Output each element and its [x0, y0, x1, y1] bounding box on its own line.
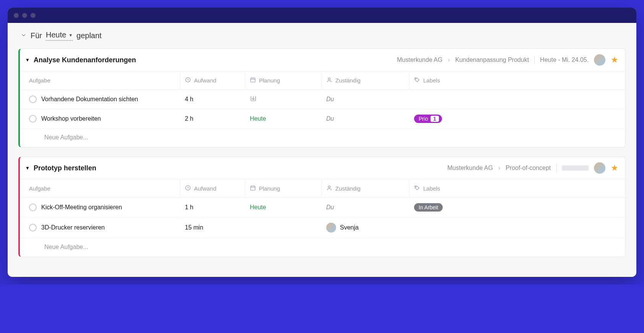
chevron-down-icon[interactable]	[21, 32, 27, 40]
table-row[interactable]: Kick-Off-Meeting organisieren 1 h Heute …	[20, 198, 625, 217]
planning-value: Heute	[250, 204, 266, 211]
card-title[interactable]: Prototyp herstellen	[34, 164, 96, 172]
column-labels[interactable]: Labels	[409, 71, 625, 89]
divider	[556, 164, 557, 172]
cell-effort: 1 h	[180, 198, 245, 217]
assignee-user[interactable]: Svenja	[326, 223, 359, 233]
cell-labels: Prio1	[409, 109, 625, 128]
clock-icon	[185, 77, 191, 84]
column-planning[interactable]: Planung	[245, 71, 322, 89]
divider	[534, 56, 535, 64]
column-task[interactable]: Aufgabe	[20, 71, 180, 89]
cell-task: 3D-Drucker reservieren	[20, 217, 180, 238]
column-assignee[interactable]: Zuständig	[322, 179, 409, 197]
filter-date-value: Heute	[46, 31, 66, 39]
close-window-icon[interactable]	[14, 13, 19, 18]
task-title: Workshop vorbereiten	[41, 115, 101, 122]
cell-task: Kick-Off-Meeting organisieren	[20, 198, 180, 217]
cell-labels: In Arbeit	[409, 198, 625, 217]
task-group-card: ▼ Analyse Kundenanforderungen Musterkund…	[18, 48, 626, 147]
breadcrumb-project[interactable]: Kundenanpassung Produkt	[455, 57, 529, 63]
cell-assignee: Du	[322, 90, 409, 109]
filter-suffix: geplant	[76, 31, 102, 40]
column-planning[interactable]: Planung	[245, 179, 322, 197]
filter-bar: Für Heute ▼ geplant	[18, 31, 626, 41]
cell-task: Vorhandene Dokumentation sichten	[20, 90, 180, 109]
card-header: ▼ Prototyp herstellen Musterkunde AG › P…	[20, 157, 625, 179]
table-row[interactable]: 3D-Drucker reservieren 15 min Svenja	[20, 217, 625, 238]
svg-point-5	[328, 78, 330, 80]
assignee-you: Du	[326, 115, 334, 122]
column-effort[interactable]: Aufwand	[180, 71, 245, 89]
svg-point-6	[416, 78, 416, 79]
assignee-you: Du	[326, 96, 334, 103]
collapse-caret-icon[interactable]: ▼	[25, 57, 30, 63]
avatar[interactable]	[594, 162, 605, 174]
assignee-name: Svenja	[340, 224, 359, 231]
app-window: Für Heute ▼ geplant ▼ Analyse Kundenanfo…	[8, 8, 636, 277]
task-title: Vorhandene Dokumentation sichten	[41, 96, 138, 103]
svg-rect-9	[251, 186, 255, 190]
tag-icon	[414, 77, 420, 84]
cell-effort: 2 h	[180, 109, 245, 128]
breadcrumb-org[interactable]: Musterkunde AG	[397, 57, 442, 63]
clock-icon	[185, 185, 191, 192]
table-row[interactable]: Workshop vorbereiten 2 h Heute Du Prio1	[20, 109, 625, 129]
cell-labels	[409, 90, 625, 109]
star-icon[interactable]: ★	[611, 55, 618, 65]
column-effort[interactable]: Aufwand	[180, 179, 245, 197]
breadcrumb-separator-icon: ›	[498, 165, 500, 171]
maximize-window-icon[interactable]	[31, 13, 36, 18]
cell-planning: Heute	[245, 198, 322, 217]
cell-planning: Heute	[245, 109, 322, 128]
task-checkbox[interactable]	[29, 204, 37, 211]
cell-planning	[245, 90, 322, 109]
card-title[interactable]: Analyse Kundenanforderungen	[34, 56, 136, 64]
column-labels[interactable]: Labels	[409, 179, 625, 197]
assignee-you: Du	[326, 204, 334, 211]
card-header: ▼ Analyse Kundenanforderungen Musterkund…	[20, 49, 625, 71]
new-task-input[interactable]: Neue Aufgabe...	[20, 129, 625, 147]
task-checkbox[interactable]	[29, 95, 37, 103]
titlebar	[8, 8, 636, 23]
card-date: Heute - Mi. 24.05.	[540, 57, 589, 63]
column-assignee[interactable]: Zuständig	[322, 71, 409, 89]
person-icon	[326, 77, 332, 84]
cell-assignee: Svenja	[322, 217, 409, 238]
cell-task: Workshop vorbereiten	[20, 109, 180, 128]
planning-value: Heute	[250, 115, 266, 122]
content-area: Für Heute ▼ geplant ▼ Analyse Kundenanfo…	[8, 23, 636, 277]
task-checkbox[interactable]	[29, 224, 37, 231]
task-group-card: ▼ Prototyp herstellen Musterkunde AG › P…	[18, 157, 626, 257]
star-icon[interactable]: ★	[611, 163, 618, 173]
task-title: 3D-Drucker reservieren	[41, 224, 105, 231]
collapse-caret-icon[interactable]: ▼	[25, 165, 30, 171]
inbox-icon	[250, 95, 257, 103]
tag-icon	[414, 185, 420, 192]
cell-effort: 15 min	[180, 217, 245, 238]
avatar	[326, 223, 336, 233]
breadcrumb-org[interactable]: Musterkunde AG	[447, 165, 493, 171]
filter-prefix: Für	[31, 31, 42, 40]
minimize-window-icon[interactable]	[22, 13, 27, 18]
window-controls	[14, 13, 36, 18]
label-count: 1	[430, 116, 439, 122]
svg-point-13	[328, 186, 330, 188]
calendar-icon	[250, 185, 256, 192]
table-row[interactable]: Vorhandene Dokumentation sichten 4 h Du	[20, 90, 625, 109]
label-pill[interactable]: Prio1	[414, 115, 442, 123]
task-title: Kick-Off-Meeting organisieren	[41, 204, 122, 211]
task-checkbox[interactable]	[29, 115, 37, 123]
label-pill[interactable]: In Arbeit	[414, 203, 443, 212]
table-header: Aufgabe Aufwand Planung Zuständig Labels	[20, 71, 625, 90]
cell-planning	[245, 217, 322, 238]
breadcrumb-project[interactable]: Proof-of-concept	[506, 165, 551, 171]
cell-assignee: Du	[322, 198, 409, 217]
person-icon	[326, 185, 332, 192]
new-task-input[interactable]: Neue Aufgabe...	[20, 238, 625, 257]
table-header: Aufgabe Aufwand Planung Zuständig Labels	[20, 179, 625, 198]
filter-date-dropdown[interactable]: Heute ▼	[46, 31, 73, 41]
column-task[interactable]: Aufgabe	[20, 179, 180, 197]
avatar[interactable]	[594, 54, 605, 66]
date-placeholder	[562, 165, 589, 171]
